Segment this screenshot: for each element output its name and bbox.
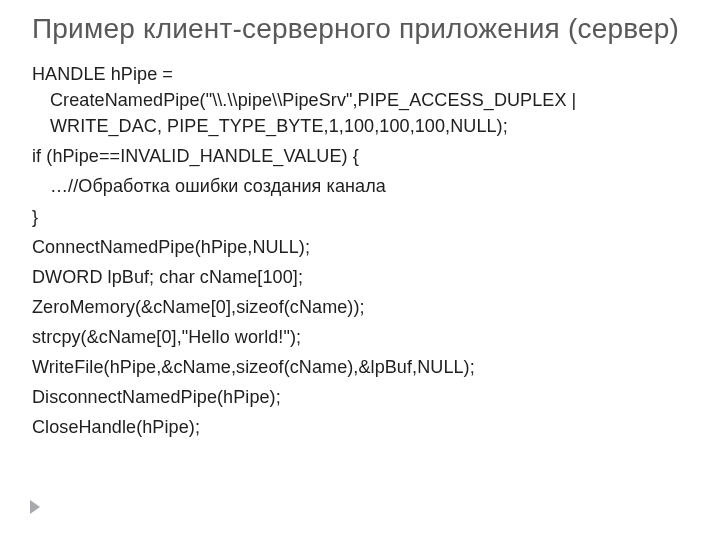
slide-title: Пример клиент-серверного приложения (сер… <box>32 12 688 45</box>
code-line: if (hPipe==INVALID_HANDLE_VALUE) { <box>32 143 688 169</box>
code-line: WriteFile(hPipe,&cName,sizeof(cName),&lp… <box>32 354 688 380</box>
code-line: DWORD lpBuf; char cName[100]; <box>32 264 688 290</box>
code-line: strcpy(&cName[0],"Hello world!"); <box>32 324 688 350</box>
code-line: ZeroMemory(&cName[0],sizeof(cName)); <box>32 294 688 320</box>
code-line: DisconnectNamedPipe(hPipe); <box>32 384 688 410</box>
arrow-bullet-icon <box>30 500 40 514</box>
slide: Пример клиент-серверного приложения (сер… <box>0 0 720 540</box>
code-line: ConnectNamedPipe(hPipe,NULL); <box>32 234 688 260</box>
code-line: HANDLE hPipe = CreateNamedPipe("\\.\\pip… <box>32 61 688 139</box>
code-block: HANDLE hPipe = CreateNamedPipe("\\.\\pip… <box>32 61 688 440</box>
code-line: } <box>32 204 688 230</box>
code-line: CloseHandle(hPipe); <box>32 414 688 440</box>
code-line: …//Обработка ошибки создания канала <box>32 173 688 199</box>
